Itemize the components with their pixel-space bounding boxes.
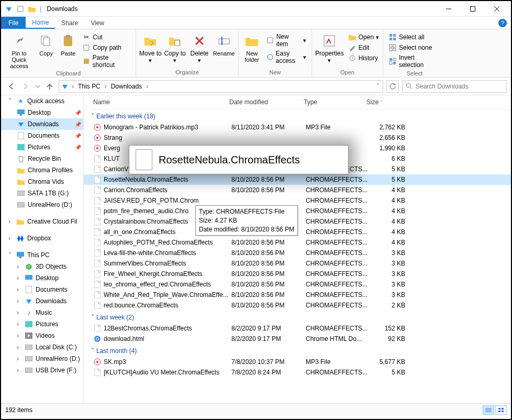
nav-downloads[interactable]: Downloads📌	[1, 118, 83, 130]
new-folder-button[interactable]: New folder	[242, 30, 262, 63]
svg-rect-16	[268, 38, 273, 43]
col-date[interactable]: Date modified	[229, 98, 304, 106]
maximize-button[interactable]	[461, 1, 485, 17]
paste-shortcut-button[interactable]: Paste shortcut	[80, 53, 132, 69]
back-button[interactable]	[5, 81, 17, 92]
col-name[interactable]: Name	[93, 98, 229, 106]
paste-button[interactable]: Paste	[58, 30, 78, 57]
history-button[interactable]: History	[346, 53, 381, 63]
downloads-icon	[25, 297, 33, 305]
file-row[interactable]: Carrion.ChromaEffects8/10/2020 8:56 PMCH…	[84, 185, 511, 195]
crumb-this-pc[interactable]: This PC	[77, 83, 102, 90]
down-arrow-icon[interactable]	[5, 5, 13, 13]
open-button[interactable]: Open ▾	[346, 32, 381, 42]
nav-desktop-2[interactable]: ›Desktop	[1, 272, 83, 284]
file-row[interactable]: download.html8/2/2020 9:17 PMChrome HTML…	[84, 334, 511, 344]
nav-pictures-2[interactable]: ›Pictures	[1, 318, 83, 330]
nav-this-pc[interactable]: ˅This PC	[1, 249, 83, 261]
delete-button[interactable]: Delete ▾	[188, 30, 211, 63]
file-row[interactable]: red.bounce.ChromaEffects8/10/2020 8:56 P…	[84, 300, 511, 311]
chevron-right-icon[interactable]: ›	[104, 83, 108, 90]
copy-path-button[interactable]: Copy path	[80, 43, 132, 52]
nav-dropbox[interactable]: ›⧫⧫Dropbox	[1, 233, 83, 244]
details-view-button[interactable]	[483, 405, 494, 415]
forward-button[interactable]	[20, 81, 31, 92]
group-last-month[interactable]: ˅Last month (4)	[84, 344, 511, 357]
nav-creative-cloud[interactable]: ›Creative Cloud Fil	[1, 216, 83, 227]
file-row[interactable]: Leva-fill-the-white.ChromaEffects8/10/20…	[84, 248, 511, 258]
nav-chroma-vids[interactable]: Chroma Vids	[1, 176, 83, 187]
up-button[interactable]	[44, 81, 55, 92]
minimize-button[interactable]	[437, 1, 461, 17]
file-row[interactable]: Monogram - Patrick Patrikios.mp38/11/202…	[84, 122, 511, 132]
group-earlier-this-week[interactable]: ˅Earlier this week (18)	[84, 109, 511, 122]
search-input[interactable]: Search Downloads	[402, 80, 507, 93]
move-to-button[interactable]: Move to ▾	[139, 30, 162, 63]
file-row[interactable]: Fire_Wheel_Khergit.ChromaEffects8/10/202…	[84, 269, 511, 279]
close-button[interactable]	[485, 1, 509, 17]
file-row[interactable]: [KLUTCH]Audio VU Meter.ChromaEffects7/8/…	[84, 367, 511, 378]
nav-videos[interactable]: ›Videos	[1, 330, 83, 341]
file-name: Monogram - Patrick Patrikios.mp3	[104, 124, 231, 131]
chevron-right-icon[interactable]: ›	[145, 83, 149, 90]
crumb-downloads[interactable]: Downloads	[110, 83, 143, 90]
file-list-pane[interactable]: Name Date modified Type Size˅ ˅Earlier t…	[84, 95, 511, 403]
navigation-pane[interactable]: ˅★Quick access Desktop📌 Downloads📌 Docum…	[1, 95, 84, 403]
select-all-button[interactable]: Select all	[386, 32, 443, 42]
copy-button[interactable]: Copy	[36, 30, 56, 57]
large-icons-view-button[interactable]	[495, 405, 507, 415]
nav-3d-objects[interactable]: ›3D Objects	[1, 261, 83, 272]
home-tab[interactable]: Home	[26, 17, 55, 29]
file-row[interactable]: SummerVibes.ChromaEffects8/10/2020 8:56 …	[84, 258, 511, 269]
group-last-week[interactable]: ˅Last week (2)	[84, 311, 511, 323]
recent-locations-button[interactable]	[35, 81, 41, 92]
nav-desktop[interactable]: Desktop📌	[1, 107, 83, 118]
file-row[interactable]: White_And_Red_Triple_Wave.ChromaEffe...8…	[84, 290, 511, 300]
nav-sata-drive[interactable]: SATA 1TB (G:)	[1, 187, 83, 199]
rename-button[interactable]: Rename	[213, 30, 235, 57]
file-tab[interactable]: File	[1, 17, 26, 29]
new-item-button[interactable]: New item ▾	[264, 32, 309, 48]
select-none-button[interactable]: Select none	[386, 43, 443, 52]
file-row[interactable]: RosetteNebula.ChromaEffects8/10/2020 8:5…	[84, 174, 511, 185]
file-row[interactable]: Autophiles_POTM_Red.ChromaEffects8/10/20…	[84, 237, 511, 248]
easy-access-button[interactable]: Easy access ▾	[264, 49, 309, 65]
nav-pictures[interactable]: Pictures📌	[1, 141, 83, 153]
nav-unrealhero-2[interactable]: ›UnrealHero (D:)	[1, 353, 83, 364]
file-row[interactable]: 12BestChromas.ChromaEffects8/2/2020 9:17…	[84, 323, 511, 334]
view-tab[interactable]: View	[84, 17, 110, 29]
invert-selection-button[interactable]: Invert selection	[386, 53, 443, 69]
nav-downloads-2[interactable]: ›Downloads	[1, 295, 83, 307]
refresh-button[interactable]	[386, 80, 399, 93]
nav-documents-2[interactable]: ›Documents	[1, 284, 83, 295]
pin-to-quick-access-button[interactable]: Pin to Quick access	[4, 30, 34, 69]
file-row[interactable]: Strang2,656 KB	[84, 132, 511, 143]
col-type[interactable]: Type	[304, 98, 366, 106]
chevron-down-icon[interactable]: ˅	[375, 83, 381, 90]
documents-icon	[17, 131, 25, 140]
nav-local-disk-c[interactable]: ›Local Disk (C:)	[1, 341, 83, 353]
file-row[interactable]: SK.mp37/8/2020 10:37 PMMP3 File5,677 KB	[84, 357, 511, 367]
file-type: MP3 File	[306, 358, 369, 366]
nav-recycle-bin[interactable]: Recycle Bin	[1, 153, 83, 164]
address-bar[interactable]: › This PC › Downloads › ˅	[59, 80, 383, 93]
chevron-right-icon[interactable]: ›	[71, 83, 75, 90]
copy-to-button[interactable]: Copy to ▾	[164, 30, 186, 63]
file-size: 3 KB	[369, 270, 405, 278]
help-button[interactable]: ?	[498, 19, 507, 27]
qat-save-icon[interactable]	[16, 5, 25, 13]
nav-usb-drive[interactable]: ›USB Drive (F:)	[1, 364, 83, 376]
nav-unrealhero-drive[interactable]: UnrealHero (D:)	[1, 199, 83, 211]
share-tab[interactable]: Share	[55, 17, 84, 29]
qat-folder-icon[interactable]	[28, 5, 36, 13]
nav-chroma-profiles[interactable]: Chroma Profiles	[1, 164, 83, 176]
nav-quick-access[interactable]: ˅★Quick access	[1, 95, 83, 107]
edit-button[interactable]: Edit	[346, 43, 381, 52]
cut-button[interactable]: ✂Cut	[80, 32, 132, 42]
properties-button[interactable]: Properties ▾	[315, 30, 344, 63]
nav-documents[interactable]: Documents📌	[1, 130, 83, 141]
nav-music[interactable]: ›♪Music	[1, 307, 83, 318]
file-row[interactable]: leo_chroma_effect_red.ChromaEffects8/10/…	[84, 279, 511, 290]
file-row[interactable]: JAISEV.RED_FOR_POTM.ChromCHROMAEFFECTS..…	[84, 195, 511, 206]
col-size[interactable]: Size˅	[366, 98, 403, 106]
